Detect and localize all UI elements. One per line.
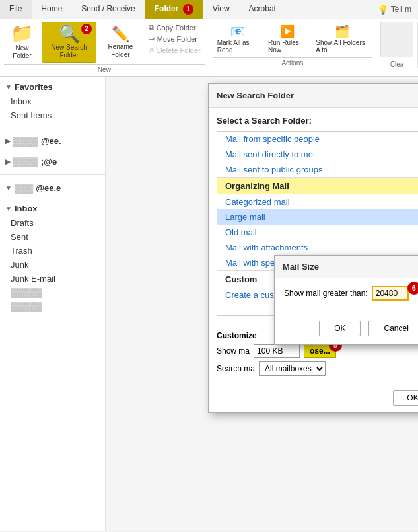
nsf-badge: 2 [81,24,92,34]
mark-all-label: Mark All as Read [217,39,259,54]
copy-folder-button[interactable]: ⧉ Copy Folder [145,22,205,33]
clean-group-buttons [380,22,413,57]
sidebar: ▼ Favorites Inbox Sent Items ▶ ▓▓▓▓ @ee.… [0,77,106,531]
mark-all-icon: 📧 [230,24,245,39]
ribbon: File Home Send / Receive Folder 1 View A… [0,0,418,77]
move-icon: ⇒ [149,34,155,43]
clean-group-label: Clea [380,59,413,68]
main-area: ▼ Favorites Inbox Sent Items ▶ ▓▓▓▓ @ee.… [0,77,418,531]
favorites-section: ▼ Favorites Inbox Sent Items [0,77,105,125]
nsf-title-bar: New Search Folder ✕ [209,84,418,108]
account2-triangle-icon: ▶ [5,158,11,165]
mailsize-cancel-button[interactable]: Cancel [368,321,418,336]
account2-section: ▶ ▓▓▓▓ ;@e [0,151,105,172]
new-group-label: New [4,64,205,73]
size-input[interactable] [254,344,300,358]
choose-button[interactable]: ose... 5 [304,344,336,358]
search-mail-dropdown[interactable]: All mailboxes [259,361,326,376]
rename-folder-button[interactable]: ✏️ Rename Folder [98,22,143,61]
nsf-dialog: New Search Folder ✕ Select a Search Fold… [208,83,418,413]
mark-group-buttons: 📧 Mark All as Read ▶️ Run Rules Now 🗂️ S… [213,22,372,56]
nsf-item-categorized[interactable]: Categorized mail [217,194,418,209]
new-group-buttons: 📁 New Folder 🔍 New Search Folder 2 ✏️ Re… [4,22,205,63]
account2-header[interactable]: ▶ ▓▓▓▓ ;@e [0,154,105,169]
ribbon-body: 📁 New Folder 🔍 New Search Folder 2 ✏️ Re… [0,19,418,76]
new-folder-button[interactable]: 📁 New Folder [4,22,40,63]
nsf-title: New Search Folder [217,91,294,100]
nsf-select-label: Select a Search Folder: [217,116,418,126]
nsf-item-old-mail[interactable]: Old mail [217,225,418,240]
nsf-item-mail-specific[interactable]: Mail from specific people [217,132,418,147]
nsf-item-mail-public[interactable]: Mail sent to public groups [217,162,418,177]
run-rules-label: Run Rules Now [268,39,306,54]
rename-folder-label: Rename Folder [103,43,138,59]
sidebar-item-drafts[interactable]: Drafts [0,216,105,230]
nsf-item-mail-attachments[interactable]: Mail with attachments [217,240,418,255]
mailsize-ok-button[interactable]: OK [319,321,361,336]
tab-folder[interactable]: Folder 1 [145,0,203,19]
new-search-folder-label: New Search Folder [48,44,90,59]
actions-group-label: Actions [213,57,372,67]
folder-tab-badge: 1 [183,4,193,15]
account1-triangle-icon: ▶ [5,137,11,145]
tab-acrobat[interactable]: Acrobat [240,0,286,19]
show-all-label: Show All Folders A to [316,39,368,54]
account1-section: ▶ ▓▓▓▓ @ee. [0,131,105,151]
search-mail-label: Search ma [217,364,255,373]
sidebar-item-blurred1[interactable]: ▓▓▓▓▓ [0,285,105,299]
delete-icon: ✕ [149,46,155,54]
step-badge-6: 6 [407,282,418,295]
tab-home[interactable]: Home [32,0,72,19]
nsf-item-large-mail[interactable]: Large mail [217,209,418,225]
account3-header[interactable]: ▼ ▓▓▓ @ee.e [0,180,105,196]
new-folder-icon: 📁 [11,24,34,43]
nsf-section-organizing: Organizing Mail 3 [217,177,418,194]
rename-folder-icon: ✏️ [112,27,129,42]
favorites-header[interactable]: ▼ Favorites [0,79,105,95]
mailsize-body: Show mail greater than: 6 KB [275,278,418,317]
inbox-section-header[interactable]: ▼ Inbox [0,201,105,216]
nsf-footer: OK Cancel [209,383,418,412]
run-rules-button[interactable]: ▶️ Run Rules Now [264,22,310,56]
tab-send-receive[interactable]: Send / Receive [72,0,145,19]
ribbon-group-clean: Clea [376,22,418,68]
show-all-icon: 🗂️ [335,24,349,39]
ribbon-group-mark: 📧 Mark All as Read ▶️ Run Rules Now 🗂️ S… [209,22,376,67]
mailsize-value-input[interactable] [372,286,409,301]
move-folder-button[interactable]: ⇒ Move Folder [145,33,205,44]
account3-section: ▼ ▓▓▓ @ee.e [0,178,105,198]
mark-all-read-button[interactable]: 📧 Mark All as Read [213,22,263,56]
customize-row1: Show ma ose... 5 [217,344,418,358]
copy-icon: ⧉ [149,23,154,32]
new-search-folder-icon: 🔍 [59,25,80,42]
sidebar-item-inbox-fav[interactable]: Inbox [0,95,105,108]
favorites-triangle-icon: ▼ [5,83,12,91]
ribbon-group-new: 📁 New Folder 🔍 New Search Folder 2 ✏️ Re… [0,22,209,73]
sidebar-item-junk-email[interactable]: Junk E-mail [0,272,105,285]
nsf-ok-button[interactable]: OK [393,390,418,406]
sidebar-item-sent-items[interactable]: Sent Items [0,108,105,122]
tab-file[interactable]: File [0,0,32,19]
mailsize-title: Mail Size [283,262,319,272]
delete-folder-button[interactable]: ✕ Delete Folder [145,44,205,56]
run-rules-icon: ▶️ [280,24,295,39]
mailsize-footer: OK Cancel [275,317,418,344]
sidebar-item-junk[interactable]: Junk [0,258,105,272]
ribbon-tabs: File Home Send / Receive Folder 1 View A… [0,0,418,19]
tab-view[interactable]: View [203,0,240,19]
sidebar-item-sent[interactable]: Sent [0,230,105,244]
inbox-triangle-icon: ▼ [5,205,12,212]
customize-row2: Search ma All mailboxes [217,361,418,376]
show-mail-label: Show ma [217,346,250,356]
mailsize-dialog: Mail Size ✕ Show mail greater than: 6 KB… [274,255,418,345]
new-search-folder-button[interactable]: 🔍 New Search Folder 2 [42,22,96,63]
actions-column: ⧉ Copy Folder ⇒ Move Folder ✕ Delete Fol… [145,22,205,56]
tell-me-area[interactable]: 💡 Tell m [371,0,418,19]
content-area: New Search Folder ✕ Select a Search Fold… [106,77,418,531]
sidebar-item-blurred2[interactable]: ▓▓▓▓▓ [0,299,105,313]
nsf-item-mail-direct[interactable]: Mail sent directly to me [217,147,418,162]
sidebar-item-trash[interactable]: Trash [0,244,105,258]
show-all-folders-button[interactable]: 🗂️ Show All Folders A to [312,22,372,56]
account1-header[interactable]: ▶ ▓▓▓▓ @ee. [0,133,105,149]
new-folder-label: New Folder [9,44,35,60]
